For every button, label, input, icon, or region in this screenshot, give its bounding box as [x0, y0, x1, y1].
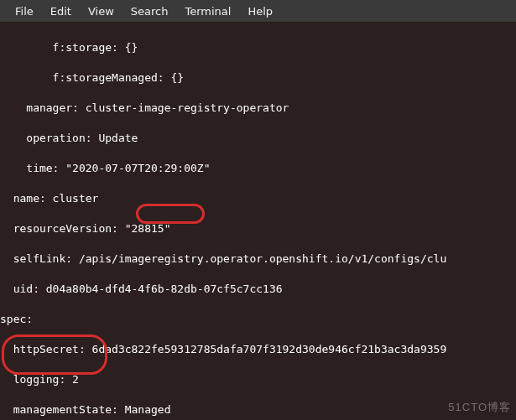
yaml-line: time: "2020-07-07T20:29:00Z" [0, 161, 516, 176]
yaml-line: operation: Update [0, 131, 516, 146]
yaml-line: name: cluster [0, 191, 516, 206]
yaml-line: spec: [0, 312, 516, 327]
watermark-text: 51CTO博客 [448, 400, 511, 415]
menu-help[interactable]: Help [239, 3, 281, 20]
yaml-line: resourceVersion: "28815" [0, 221, 516, 236]
yaml-line: uid: d04a80b4-dfd4-4f6b-82db-07cf5c7cc13… [0, 282, 516, 297]
menu-view[interactable]: View [80, 3, 122, 20]
yaml-line: logging: 2 [0, 372, 516, 387]
menu-bar: File Edit View Search Terminal Help [0, 0, 516, 22]
terminal-output[interactable]: f:storage: {} f:storageManaged: {} manag… [0, 22, 516, 420]
yaml-line: f:storage: {} [0, 40, 516, 55]
yaml-line: httpSecret: 6dad3c822fe59312785dafa707f3… [0, 342, 516, 357]
yaml-line-managementstate: managementState: Managed [0, 402, 516, 417]
menu-file[interactable]: File [7, 3, 42, 20]
menu-edit[interactable]: Edit [42, 3, 80, 20]
yaml-line: f:storageManaged: {} [0, 70, 516, 86]
yaml-line: manager: cluster-image-registry-operator [0, 101, 516, 116]
yaml-line: selfLink: /apis/imageregistry.operator.o… [0, 251, 516, 267]
menu-terminal[interactable]: Terminal [176, 3, 239, 20]
menu-search[interactable]: Search [122, 3, 177, 20]
